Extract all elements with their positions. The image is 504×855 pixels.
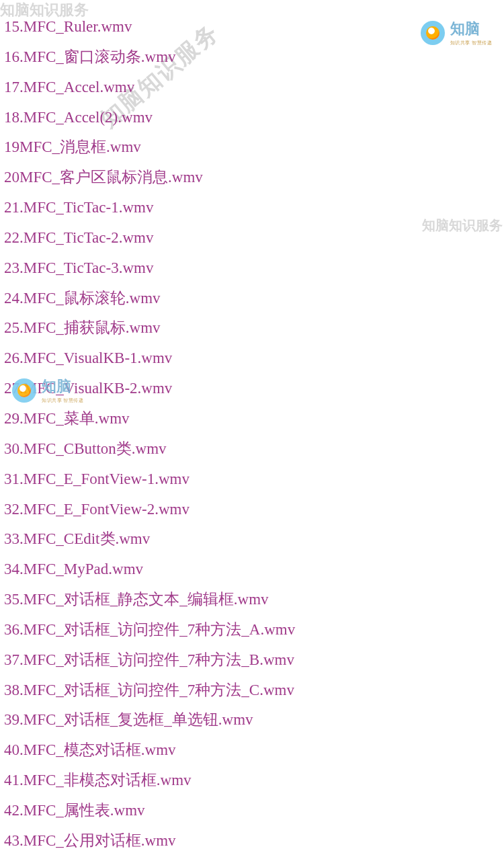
file-item: 35.MFC_对话框_静态文本_编辑框.wmv — [4, 585, 500, 615]
file-item: 42.MFC_属性表.wmv — [4, 796, 500, 826]
file-item: 43.MFC_公用对话框.wmv — [4, 826, 500, 855]
file-item: 40.MFC_模态对话框.wmv — [4, 735, 500, 766]
file-item: 15.MFC_Ruler.wmv — [4, 12, 500, 42]
file-item: 39.MFC_对话框_复选框_单选钮.wmv — [4, 705, 500, 735]
file-list: 15.MFC_Ruler.wmv16.MFC_窗口滚动条.wmv17.MFC_A… — [0, 0, 504, 855]
file-item: 29.MFC_菜单.wmv — [4, 404, 500, 434]
file-item: 25.MFC_捕获鼠标.wmv — [4, 313, 500, 343]
file-item: 17.MFC_Accel.wmv — [4, 73, 500, 103]
file-item: 36.MFC_对话框_访问控件_7种方法_A.wmv — [4, 615, 500, 645]
file-item: 23.MFC_TicTac-3.wmv — [4, 253, 500, 284]
file-item: 38.MFC_对话框_访问控件_7种方法_C.wmv — [4, 676, 500, 706]
file-item: 31.MFC_E_FontView-1.wmv — [4, 464, 500, 495]
file-item: 33.MFC_CEdit类.wmv — [4, 524, 500, 555]
file-item: 16.MFC_窗口滚动条.wmv — [4, 42, 500, 73]
file-item: 30.MFC_CButton类.wmv — [4, 434, 500, 464]
file-item: 41.MFC_非模态对话框.wmv — [4, 766, 500, 796]
file-item: 18.MFC_Accel(2).wmv — [4, 103, 500, 133]
file-item: 19MFC_消息框.wmv — [4, 132, 500, 163]
file-item: 32.MFC_E_FontView-2.wmv — [4, 495, 500, 525]
file-item: 37.MFC_对话框_访问控件_7种方法_B.wmv — [4, 645, 500, 676]
file-item: 34.MFC_MyPad.wmv — [4, 555, 500, 585]
file-item: 20MFC_客户区鼠标消息.wmv — [4, 163, 500, 193]
file-item: 22.MFC_TicTac-2.wmv — [4, 223, 500, 253]
file-item: 27.MFC_VisualKB-2.wmv — [4, 374, 500, 404]
file-item: 21.MFC_TicTac-1.wmv — [4, 193, 500, 223]
file-item: 24.MFC_鼠标滚轮.wmv — [4, 284, 500, 314]
file-item: 26.MFC_VisualKB-1.wmv — [4, 343, 500, 374]
